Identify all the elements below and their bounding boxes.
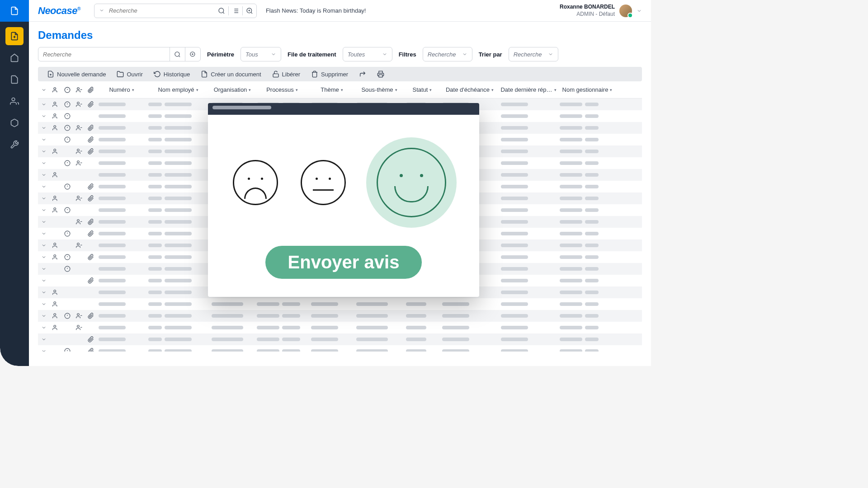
sidebar-home-icon[interactable] — [5, 49, 24, 67]
table-row[interactable] — [38, 322, 642, 333]
page-title: Demandes — [29, 22, 651, 47]
table-header: Numéro▾ Nom employé▾ Organisation▾ Proce… — [38, 81, 642, 99]
create-doc-button[interactable]: Créer un document — [201, 70, 261, 78]
user-role: ADMIN - Défaut — [560, 11, 615, 18]
col-theme[interactable]: Thème▾ — [309, 86, 354, 93]
toolbar: Nouvelle demande Ouvrir Historique Créer… — [38, 67, 642, 81]
svg-point-3 — [219, 8, 224, 13]
release-button[interactable]: Libérer — [272, 70, 300, 78]
table-row[interactable] — [38, 333, 642, 345]
svg-point-34 — [77, 102, 80, 104]
zoom-icon[interactable] — [243, 4, 256, 18]
svg-point-2 — [12, 98, 15, 101]
svg-point-55 — [77, 161, 80, 163]
svg-line-12 — [251, 12, 252, 14]
list-icon[interactable] — [229, 4, 242, 18]
svg-point-40 — [54, 126, 56, 128]
table-row[interactable] — [38, 298, 642, 310]
svg-point-62 — [77, 196, 80, 198]
global-search-input[interactable] — [109, 7, 215, 14]
col-expand[interactable] — [38, 87, 50, 93]
trier-label: Trier par — [479, 51, 502, 58]
send-feedback-button[interactable]: Envoyer avis — [265, 246, 422, 279]
svg-point-76 — [54, 255, 56, 257]
filter-bar: Périmètre Tous File de traitement Toutes… — [29, 47, 651, 67]
modal-title-placeholder — [212, 106, 271, 109]
svg-point-24 — [54, 87, 56, 89]
svg-point-74 — [77, 243, 80, 245]
svg-point-64 — [54, 208, 56, 210]
col-nom-gestionnaire[interactable]: Nom gestionnaire▾ — [558, 86, 617, 93]
modal-header — [208, 103, 479, 115]
svg-point-85 — [54, 314, 56, 316]
col-attachment-icon[interactable] — [85, 87, 97, 93]
feedback-neutral[interactable] — [298, 158, 348, 207]
svg-point-73 — [54, 243, 56, 245]
table-zoom-icon[interactable] — [185, 47, 200, 61]
search-scope-chevron-icon[interactable] — [94, 7, 109, 15]
svg-point-57 — [54, 173, 56, 175]
svg-rect-23 — [379, 75, 382, 77]
svg-line-4 — [223, 12, 224, 14]
chevron-down-icon[interactable] — [637, 8, 642, 14]
sidebar-file-icon[interactable] — [5, 70, 24, 89]
col-organisation[interactable]: Organisation▾ — [210, 86, 255, 93]
header: Neocase® Flash News: Today is Roman birt… — [29, 0, 651, 22]
user-menu[interactable]: Roxanne BONARDEL ADMIN - Défaut — [560, 4, 642, 18]
table-search-icon[interactable] — [170, 47, 185, 61]
col-date-derniere[interactable]: Date dernière rép…▾ — [499, 86, 558, 93]
logo: Neocase® — [38, 5, 80, 17]
sidebar-wrench-icon[interactable] — [5, 136, 24, 154]
file-label: File de traitement — [288, 51, 336, 58]
filtres-label: Filtres — [399, 51, 416, 58]
svg-point-92 — [77, 325, 80, 328]
col-nom-employe[interactable]: Nom employé▾ — [146, 86, 210, 93]
print-icon[interactable] — [377, 70, 384, 78]
svg-point-83 — [54, 290, 56, 292]
sidebar-box-icon[interactable] — [5, 114, 24, 132]
table-search[interactable] — [38, 47, 201, 61]
table-row[interactable] — [38, 310, 642, 322]
file-select[interactable]: Toutes — [343, 47, 392, 61]
col-processus[interactable]: Processus▾ — [255, 86, 309, 93]
sidebar-users-icon[interactable] — [5, 92, 24, 110]
feedback-happy[interactable] — [366, 137, 457, 228]
new-request-button[interactable]: Nouvelle demande — [47, 70, 106, 78]
open-button[interactable]: Ouvrir — [117, 70, 142, 78]
sidebar-document-icon[interactable] — [0, 0, 29, 22]
feedback-sad[interactable] — [231, 158, 280, 207]
history-button[interactable]: Historique — [154, 70, 190, 78]
sidebar-new-document-icon[interactable] — [5, 27, 24, 45]
svg-point-68 — [77, 220, 80, 222]
svg-point-50 — [77, 149, 80, 151]
table-row[interactable] — [38, 345, 642, 352]
trier-select[interactable]: Recherche — [509, 47, 558, 61]
table-search-input[interactable] — [38, 51, 170, 58]
search-icon[interactable] — [215, 4, 228, 18]
col-statut[interactable]: Statut▾ — [404, 86, 440, 93]
perimetre-label: Périmètre — [207, 51, 234, 58]
svg-point-49 — [54, 149, 56, 151]
sidebar — [0, 0, 29, 366]
col-userminus-icon[interactable] — [73, 87, 85, 93]
perimetre-select[interactable]: Tous — [241, 47, 281, 61]
avatar[interactable] — [619, 5, 632, 17]
svg-point-89 — [77, 314, 80, 316]
global-search[interactable] — [94, 4, 257, 18]
col-users-icon[interactable] — [50, 87, 61, 93]
flash-news: Flash News: Today is Roman birthday! — [266, 7, 551, 14]
filtres-select[interactable]: Recherche — [423, 47, 472, 61]
feedback-modal: Envoyer avis — [208, 103, 479, 297]
col-alert-icon[interactable] — [61, 87, 73, 93]
redo-icon[interactable] — [359, 70, 366, 78]
svg-point-36 — [54, 114, 56, 116]
svg-point-61 — [54, 196, 56, 198]
svg-point-44 — [77, 126, 80, 128]
col-sous-theme[interactable]: Sous-thème▾ — [354, 86, 404, 93]
col-numero[interactable]: Numéro▾ — [97, 86, 146, 93]
svg-point-15 — [175, 52, 179, 56]
col-date-echeance[interactable]: Date d'échéance▾ — [440, 86, 499, 93]
svg-point-91 — [54, 325, 56, 328]
delete-button[interactable]: Supprimer — [311, 70, 348, 78]
svg-point-30 — [54, 102, 56, 104]
